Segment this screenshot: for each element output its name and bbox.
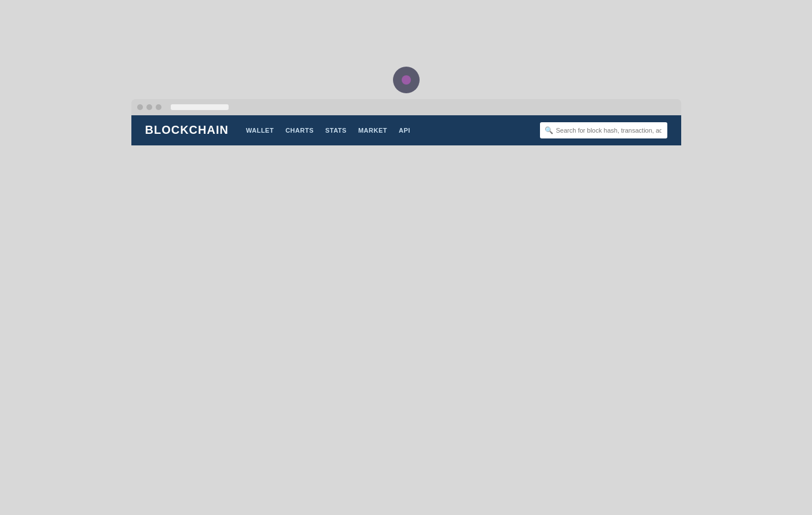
browser-dot-1 [137,104,143,110]
address-bar[interactable] [171,104,229,110]
nav-market[interactable]: MARKET [358,127,387,134]
browser-titlebar [131,99,681,115]
camera-dot-inner [402,75,411,85]
search-input[interactable] [540,122,667,138]
navbar: BLOCKCHAIN WALLET CHARTS STATS MARKET AP… [131,115,681,145]
camera-dot [393,67,420,93]
search-wrapper: 🔍 [540,122,667,138]
search-icon: 🔍 [545,126,553,134]
website: BLOCKCHAIN WALLET CHARTS STATS MARKET AP… [131,115,681,145]
nav-stats[interactable]: STATS [325,127,347,134]
browser-dot-3 [156,104,161,110]
browser-dot-2 [146,104,152,110]
nav-links: WALLET CHARTS STATS MARKET API [246,127,540,134]
nav-wallet[interactable]: WALLET [246,127,274,134]
nav-api[interactable]: API [399,127,410,134]
nav-charts[interactable]: CHARTS [285,127,314,134]
browser-chrome: BLOCKCHAIN WALLET CHARTS STATS MARKET AP… [131,99,681,145]
brand-logo[interactable]: BLOCKCHAIN [145,123,229,137]
